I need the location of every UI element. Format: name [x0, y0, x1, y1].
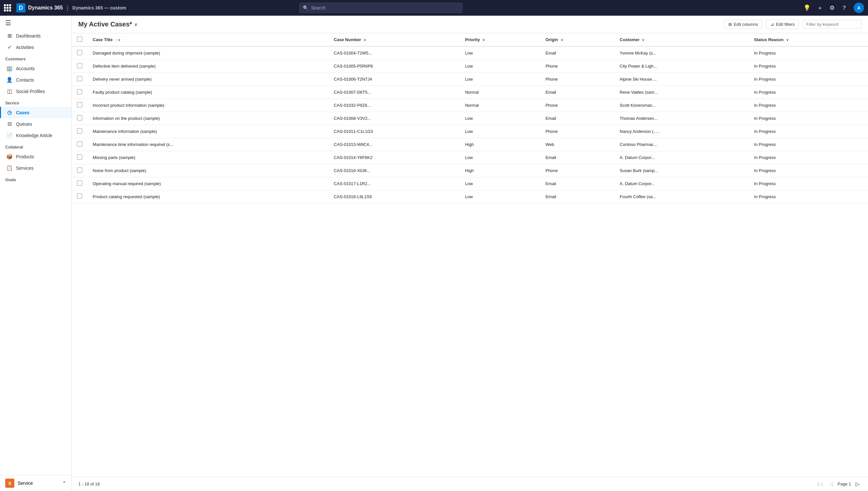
row-checkbox-cell[interactable]	[72, 125, 87, 138]
add-icon[interactable]: ＋	[817, 4, 823, 12]
table-row[interactable]: Delivery never arrived (sample) CAS-0100…	[72, 73, 868, 86]
filter-keyword-input[interactable]	[803, 20, 862, 29]
settings-icon[interactable]: ⚙	[830, 4, 835, 11]
prev-page-button[interactable]: ◁	[827, 480, 835, 488]
cell-case-title[interactable]: Missing parts (sample)	[87, 151, 329, 164]
row-checkbox[interactable]	[77, 154, 82, 160]
section-customers: Customers	[0, 53, 71, 63]
sidebar-item-activities[interactable]: ✓ Activities	[0, 41, 71, 53]
row-checkbox-cell[interactable]	[72, 138, 87, 151]
row-checkbox[interactable]	[77, 76, 82, 81]
cell-case-number: CAS-01018-L9L1S9	[329, 190, 460, 203]
row-checkbox[interactable]	[77, 89, 82, 94]
table-row[interactable]: Information on the product (sample) CAS-…	[72, 112, 868, 125]
cell-case-title[interactable]: Delivery never arrived (sample)	[87, 73, 329, 86]
sidebar-item-products[interactable]: 📦 Products	[0, 151, 71, 162]
row-checkbox[interactable]	[77, 128, 82, 134]
row-checkbox[interactable]	[77, 102, 82, 107]
row-checkbox[interactable]	[77, 50, 82, 55]
cell-case-number: CAS-01011-C1L1G3	[329, 125, 460, 138]
table-row[interactable]: Missing parts (sample) CAS-01014-Y6F6K2 …	[72, 151, 868, 164]
table-row[interactable]: Faulty product catalog (sample) CAS-0100…	[72, 86, 868, 99]
sidebar-item-dashboards[interactable]: ⊞ Dashboards	[0, 30, 71, 41]
cell-case-title[interactable]: Faulty product catalog (sample)	[87, 86, 329, 99]
row-checkbox-cell[interactable]	[72, 164, 87, 177]
cell-case-title[interactable]: Damaged during shipment (sample)	[87, 46, 329, 60]
cell-case-title[interactable]: Information on the product (sample)	[87, 112, 329, 125]
sidebar-toggle[interactable]: ☰	[0, 16, 71, 30]
row-checkbox-cell[interactable]	[72, 99, 87, 112]
sidebar-footer-service[interactable]: S Service ⌃	[0, 475, 71, 491]
case-number-sort-icon: ∨	[363, 38, 366, 42]
products-icon: 📦	[6, 153, 13, 160]
cell-case-number: CAS-01013-W9C4...	[329, 138, 460, 151]
cell-origin: Email	[540, 46, 615, 60]
cell-customer: A. Datum Corpor...	[615, 177, 749, 190]
row-checkbox-cell[interactable]	[72, 190, 87, 203]
table-row[interactable]: Incorrect product information (sample) C…	[72, 99, 868, 112]
cell-case-title[interactable]: Product catalog requested (sample)	[87, 190, 329, 203]
row-checkbox-cell[interactable]	[72, 46, 87, 60]
cell-case-title[interactable]: Maintenance time information required (s…	[87, 138, 329, 151]
table-row[interactable]: Damaged during shipment (sample) CAS-010…	[72, 46, 868, 60]
row-checkbox[interactable]	[77, 180, 82, 186]
cell-case-title[interactable]: Incorrect product information (sample)	[87, 99, 329, 112]
page-title-chevron-icon[interactable]: ∨	[134, 22, 138, 27]
header-status-reason[interactable]: Status Reason ∨	[749, 33, 868, 46]
header-origin[interactable]: Origin ∨	[540, 33, 615, 46]
cell-case-number: CAS-01032-P9Z6...	[329, 99, 460, 112]
next-page-button[interactable]: ▷	[854, 480, 862, 488]
cell-case-number: CAS-01006-T2N7J4	[329, 73, 460, 86]
sidebar-item-social-profiles[interactable]: ◫ Social Profiles	[0, 86, 71, 97]
row-checkbox-cell[interactable]	[72, 112, 87, 125]
main-content: My Active Cases* ∨ ⊞ Edit columns ⊿ Edit…	[72, 16, 868, 491]
edit-columns-button[interactable]: ⊞ Edit columns	[724, 20, 762, 29]
header-checkbox-cell[interactable]	[72, 33, 87, 46]
cell-case-number: CAS-01008-V3V2...	[329, 112, 460, 125]
row-checkbox-cell[interactable]	[72, 86, 87, 99]
edit-filters-button[interactable]: ⊿ Edit filters	[766, 20, 799, 29]
row-checkbox-cell[interactable]	[72, 151, 87, 164]
table-row[interactable]: Maintenance time information required (s…	[72, 138, 868, 151]
search-input[interactable]	[311, 5, 459, 10]
header-case-number[interactable]: Case Number ∨	[329, 33, 460, 46]
global-search-box[interactable]: 🔍	[299, 3, 462, 13]
cell-case-title[interactable]: Maintenance information (sample)	[87, 125, 329, 138]
row-checkbox-cell[interactable]	[72, 73, 87, 86]
row-checkbox[interactable]	[77, 115, 82, 120]
table-row[interactable]: Operating manual required (sample) CAS-0…	[72, 177, 868, 190]
row-checkbox[interactable]	[77, 141, 82, 147]
table-row[interactable]: Defective item delivered (sample) CAS-01…	[72, 60, 868, 73]
row-checkbox[interactable]	[77, 194, 82, 199]
header-case-title[interactable]: Case Title ↑ ∨	[87, 33, 329, 46]
help-icon[interactable]: ？	[841, 4, 847, 12]
sidebar-item-queues[interactable]: ⊟ Queues	[0, 118, 71, 129]
row-checkbox-cell[interactable]	[72, 60, 87, 73]
cell-case-title[interactable]: Defective item delivered (sample)	[87, 60, 329, 73]
sidebar-item-accounts[interactable]: 🏢 Accounts	[0, 63, 71, 74]
table-row[interactable]: Product catalog requested (sample) CAS-0…	[72, 190, 868, 203]
app-launcher-icon[interactable]	[4, 4, 11, 11]
cell-case-title[interactable]: Noise from product (sample)	[87, 164, 329, 177]
sidebar-item-contacts[interactable]: 👤 Contacts	[0, 74, 71, 86]
top-nav-icons: 💡 ＋ ⚙ ？ A	[803, 3, 864, 13]
sidebar-item-knowledge-article[interactable]: 📄 Knowledge Article	[0, 129, 71, 141]
header-customer[interactable]: Customer ∨	[615, 33, 749, 46]
sidebar-item-cases[interactable]: ◷ Cases	[0, 107, 71, 118]
table-row[interactable]: Noise from product (sample) CAS-01016-X0…	[72, 164, 868, 177]
cell-status-reason: In Progress	[749, 177, 868, 190]
header-priority-label: Priority	[465, 37, 480, 42]
cell-case-title[interactable]: Operating manual required (sample)	[87, 177, 329, 190]
first-page-button[interactable]: |◁	[815, 480, 825, 488]
help-lightbulb-icon[interactable]: 💡	[803, 4, 811, 11]
row-checkbox[interactable]	[77, 63, 82, 68]
user-avatar[interactable]: A	[854, 3, 864, 13]
row-checkbox-cell[interactable]	[72, 177, 87, 190]
row-checkbox[interactable]	[77, 168, 82, 173]
header-origin-label: Origin	[546, 37, 558, 42]
header-priority[interactable]: Priority ∨	[460, 33, 540, 46]
sidebar-item-services[interactable]: 📋 Services	[0, 162, 71, 174]
select-all-checkbox[interactable]	[77, 36, 82, 42]
table-row[interactable]: Maintenance information (sample) CAS-010…	[72, 125, 868, 138]
edit-columns-icon: ⊞	[728, 22, 732, 27]
